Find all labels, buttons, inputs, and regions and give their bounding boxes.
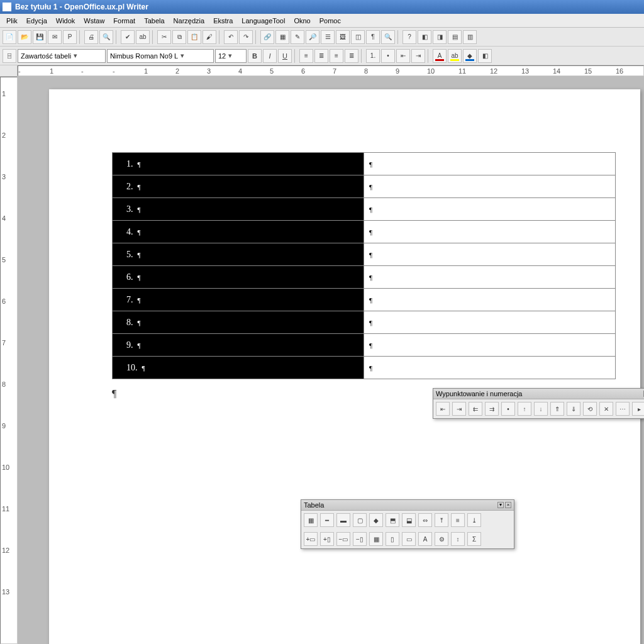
- datasource-button[interactable]: ◫: [351, 30, 365, 44]
- table-cell-empty[interactable]: ¶: [364, 334, 616, 357]
- menu-extra[interactable]: Ekstra: [209, 16, 236, 26]
- preview-button[interactable]: 🔍: [99, 30, 113, 44]
- table-cell-numbered[interactable]: 1. ¶: [113, 153, 364, 175]
- spellcheck-button[interactable]: ✔: [121, 30, 135, 44]
- new-doc-button[interactable]: 📄: [3, 30, 16, 44]
- align-right-button[interactable]: ≡: [330, 49, 343, 63]
- nonprinting-button[interactable]: ¶: [366, 30, 380, 44]
- numbering-toolbar[interactable]: Wypunktowanie i numeracja ▾ × ⇤ ⇥ ⇇ ⇉ • …: [433, 388, 644, 419]
- move-up-sub-button[interactable]: ⇑: [550, 402, 564, 416]
- table-row[interactable]: 6. ¶¶: [113, 266, 616, 289]
- close-icon[interactable]: ×: [505, 502, 511, 508]
- vertical-ruler[interactable]: 12345678910111213: [0, 77, 18, 644]
- hyperlink-button[interactable]: 🔗: [260, 30, 274, 44]
- auto-spellcheck-button[interactable]: ab: [136, 30, 150, 44]
- table-row[interactable]: 5. ¶¶: [113, 243, 616, 266]
- horizontal-ruler[interactable]: -1--1234567891011121314151617: [18, 65, 644, 76]
- line-color-button[interactable]: ▬: [336, 513, 350, 527]
- align-justify-button[interactable]: ≣: [345, 49, 358, 63]
- bottom-align-button[interactable]: ⤓: [467, 513, 481, 527]
- pdf-export-button[interactable]: P: [63, 30, 77, 44]
- extra-num-button[interactable]: ▸: [632, 402, 644, 416]
- promote-sub-button[interactable]: ⇉: [485, 402, 499, 416]
- highlight-button[interactable]: ab: [448, 49, 462, 63]
- select-row-button[interactable]: ▭: [402, 532, 416, 546]
- table-cell-empty[interactable]: ¶: [364, 221, 616, 243]
- select-table-button[interactable]: ▦: [369, 532, 383, 546]
- help-button[interactable]: ?: [402, 30, 416, 44]
- paragraph-style-combo[interactable]: Zawartość tabeli ▾: [18, 49, 106, 63]
- align-center-button[interactable]: ≣: [314, 49, 328, 63]
- table-cell-numbered[interactable]: 8. ¶: [113, 311, 364, 334]
- italic-button[interactable]: I: [263, 49, 277, 63]
- extra3-button[interactable]: ▤: [448, 30, 462, 44]
- restart-numbering-button[interactable]: ⟲: [583, 402, 597, 416]
- table-cell-numbered[interactable]: 7. ¶: [113, 289, 364, 311]
- move-down-button[interactable]: ↓: [534, 402, 548, 416]
- table-cell-empty[interactable]: ¶: [364, 289, 616, 311]
- open-button[interactable]: 📂: [18, 30, 31, 44]
- menu-insert[interactable]: Wstaw: [80, 16, 108, 26]
- table-row[interactable]: 2. ¶¶: [113, 175, 616, 198]
- extra-format-button[interactable]: ◧: [478, 49, 492, 63]
- table-cell-numbered[interactable]: 5. ¶: [113, 243, 364, 266]
- delete-row-button[interactable]: −▭: [336, 532, 350, 546]
- line-style-button[interactable]: ━: [320, 513, 334, 527]
- table-cell-numbered[interactable]: 4. ¶: [113, 221, 364, 243]
- top-align-button[interactable]: ⤒: [435, 513, 448, 527]
- menu-help[interactable]: Pomoc: [316, 16, 345, 26]
- table-toolbar[interactable]: Tabela ▾ × ▦ ━ ▬ ▢ ◆ ⬒ ⬓ ⇔ ⤒ ≡ ⤓ +▭ +▯: [301, 499, 514, 549]
- delete-col-button[interactable]: −▯: [353, 532, 367, 546]
- format-paintbrush-button[interactable]: 🖌: [203, 30, 216, 44]
- document-table[interactable]: 1. ¶¶ 2. ¶¶ 3. ¶¶ 4. ¶¶ 5. ¶¶ 6. ¶¶ 7. ¶…: [112, 152, 616, 379]
- table-cell-numbered[interactable]: 6. ¶: [113, 266, 364, 289]
- menu-file[interactable]: Plik: [3, 16, 21, 26]
- center-align-button[interactable]: ≡: [451, 513, 465, 527]
- table-cell-empty[interactable]: ¶: [364, 357, 616, 379]
- table-row[interactable]: 7. ¶¶: [113, 289, 616, 311]
- background-color-button[interactable]: ◆: [463, 49, 477, 63]
- move-up-button[interactable]: ↑: [518, 402, 531, 416]
- table-cell-numbered[interactable]: 2. ¶: [113, 175, 364, 198]
- bg-color-button[interactable]: ◆: [369, 513, 383, 527]
- gallery-button[interactable]: 🖼: [336, 30, 350, 44]
- print-button[interactable]: 🖨: [84, 30, 98, 44]
- minimize-icon[interactable]: ▾: [497, 502, 504, 508]
- numbering-button[interactable]: 1.: [366, 49, 380, 63]
- document-page[interactable]: 1. ¶¶ 2. ¶¶ 3. ¶¶ 4. ¶¶ 5. ¶¶ 6. ¶¶ 7. ¶…: [49, 89, 640, 644]
- promote-one-button[interactable]: ⇥: [452, 402, 466, 416]
- insert-col-button[interactable]: +▯: [320, 532, 334, 546]
- sum-button[interactable]: Σ: [467, 532, 481, 546]
- move-down-sub-button[interactable]: ⇓: [567, 402, 580, 416]
- table-row[interactable]: 8. ¶¶: [113, 311, 616, 334]
- bold-button[interactable]: B: [248, 49, 262, 63]
- navigator-button[interactable]: ☰: [321, 30, 335, 44]
- extra2-button[interactable]: ◨: [433, 30, 447, 44]
- email-button[interactable]: ✉: [48, 30, 62, 44]
- table-toolbar-title[interactable]: Tabela ▾ ×: [301, 500, 514, 511]
- menu-view[interactable]: Widok: [52, 16, 79, 26]
- borders-button[interactable]: ▢: [353, 513, 367, 527]
- bullets-button[interactable]: •: [381, 49, 395, 63]
- bullets-dialog-button[interactable]: ⋯: [616, 402, 630, 416]
- paste-button[interactable]: 📋: [187, 30, 201, 44]
- insert-row-button[interactable]: +▭: [304, 532, 318, 546]
- split-cells-button[interactable]: ⬓: [402, 513, 416, 527]
- font-color-button[interactable]: A: [433, 49, 447, 63]
- font-name-combo[interactable]: Nimbus Roman No9 L ▾: [107, 49, 214, 63]
- table-cell-empty[interactable]: ¶: [364, 153, 616, 175]
- table-row[interactable]: 3. ¶¶: [113, 198, 616, 221]
- table-new-button[interactable]: ▦: [304, 513, 318, 527]
- menu-table[interactable]: Tabela: [140, 16, 168, 26]
- demote-sub-button[interactable]: ⇇: [469, 402, 482, 416]
- table-cell-numbered[interactable]: 9. ¶: [113, 334, 364, 357]
- table-row[interactable]: 9. ¶¶: [113, 334, 616, 357]
- menu-format[interactable]: Format: [109, 16, 139, 26]
- page-area[interactable]: 1. ¶¶ 2. ¶¶ 3. ¶¶ 4. ¶¶ 5. ¶¶ 6. ¶¶ 7. ¶…: [18, 77, 644, 644]
- table-cell-empty[interactable]: ¶: [364, 243, 616, 266]
- table-cell-numbered[interactable]: 10. ¶: [113, 357, 364, 379]
- autoformat-button[interactable]: A: [418, 532, 432, 546]
- sort-button[interactable]: ↕: [451, 532, 465, 546]
- table-cell-empty[interactable]: ¶: [364, 198, 616, 221]
- zoom-button[interactable]: 🔍: [381, 30, 395, 44]
